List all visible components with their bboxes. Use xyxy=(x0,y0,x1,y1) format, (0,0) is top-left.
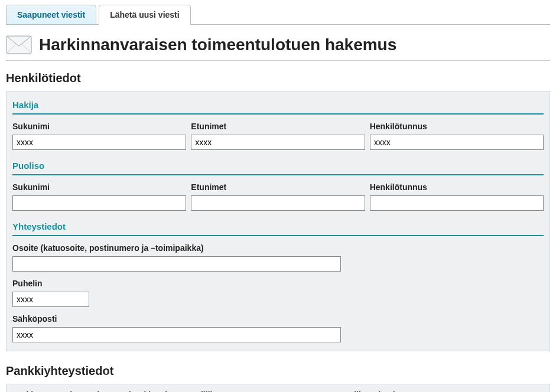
applicant-lastname-label: Sukunimi xyxy=(12,122,186,131)
email-label: Sähköposti xyxy=(12,314,544,324)
panel-person: Hakija Sukunimi Etunimet Henkilötunnus P… xyxy=(6,91,550,351)
spouse-lastname-input[interactable] xyxy=(12,195,186,211)
address-input[interactable] xyxy=(12,256,341,272)
spouse-firstnames-label: Etunimet xyxy=(191,182,365,192)
tabs-bar: Saapuneet viestit Lähetä uusi viesti xyxy=(6,5,550,25)
panel-bank: Harkinnanvarainen toimeentulotuki makset… xyxy=(6,384,550,392)
tab-compose[interactable]: Lähetä uusi viesti xyxy=(99,5,190,25)
applicant-ssn-label: Henkilötunnus xyxy=(370,122,544,131)
group-applicant-title: Hakija xyxy=(12,97,544,115)
email-input[interactable] xyxy=(12,327,341,342)
spouse-row: Sukunimi Etunimet Henkilötunnus xyxy=(12,182,544,211)
address-label: Osoite (katuosoite, postinumero ja –toim… xyxy=(12,243,544,253)
group-contact-title: Yhteystiedot xyxy=(12,219,544,236)
page-title-row: Harkinnanvaraisen toimeentulotuen hakemu… xyxy=(6,25,550,61)
applicant-row: Sukunimi Etunimet Henkilötunnus xyxy=(12,122,544,150)
section-heading-bank: Pankkiyhteystiedot xyxy=(6,364,550,378)
applicant-firstnames-label: Etunimet xyxy=(191,122,365,131)
group-spouse-title: Puoliso xyxy=(12,158,544,175)
spouse-lastname-label: Sukunimi xyxy=(12,182,186,192)
spouse-ssn-input[interactable] xyxy=(370,195,544,211)
envelope-icon xyxy=(6,35,32,54)
spouse-ssn-label: Henkilötunnus xyxy=(370,182,544,192)
tab-inbox[interactable]: Saapuneet viestit xyxy=(6,5,96,24)
applicant-lastname-input[interactable] xyxy=(12,135,186,150)
phone-input[interactable] xyxy=(12,292,89,307)
page-title: Harkinnanvaraisen toimeentulotuen hakemu… xyxy=(39,35,396,54)
spouse-firstnames-input[interactable] xyxy=(191,195,365,211)
applicant-ssn-input[interactable] xyxy=(370,135,544,150)
phone-label: Puhelin xyxy=(12,279,544,288)
section-heading-person: Henkilötiedot xyxy=(6,71,550,85)
applicant-firstnames-input[interactable] xyxy=(191,135,365,150)
